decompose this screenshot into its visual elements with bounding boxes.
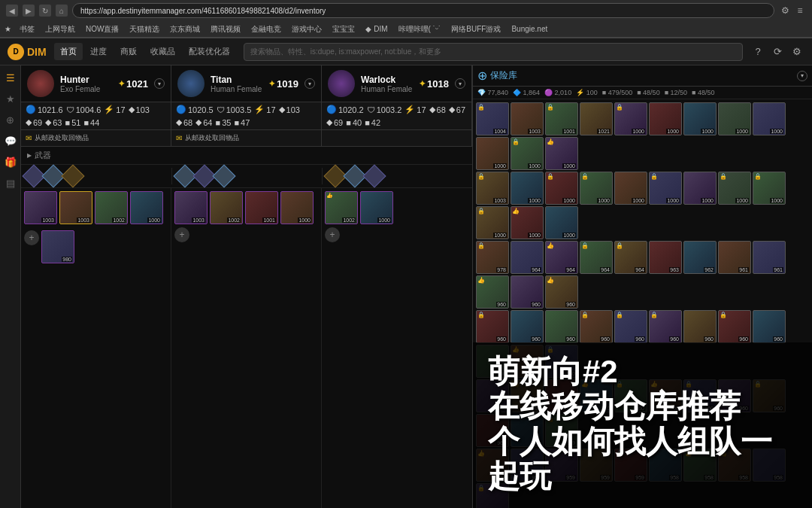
sidebar-inventory-icon[interactable]: ☰ bbox=[3, 70, 18, 85]
warlock-weapon-2[interactable]: 1000 bbox=[360, 191, 393, 224]
vault-weapon-item[interactable]: 🔒960 bbox=[614, 310, 647, 343]
hunter-dropdown[interactable]: ▾ bbox=[154, 78, 165, 89]
sidebar-search-icon[interactable]: ⊕ bbox=[3, 112, 18, 127]
vault-weapon-item[interactable]: 1000 bbox=[649, 102, 682, 135]
vault-weapon-item[interactable]: 👍964 bbox=[545, 241, 578, 274]
bookmark-bungie[interactable]: Bungie.net bbox=[509, 24, 550, 34]
nav-collections[interactable]: 收藏品 bbox=[144, 43, 181, 60]
titan-weapon-3[interactable]: 1001 bbox=[245, 191, 278, 224]
vault-weapon-item[interactable]: 🔒978 bbox=[476, 241, 509, 274]
vault-weapon-item[interactable]: 959 bbox=[511, 414, 544, 447]
vault-weapon-item[interactable]: 958 bbox=[753, 449, 786, 482]
titan-weapon-4[interactable]: 1000 bbox=[280, 191, 314, 224]
vault-weapon-item[interactable]: 👍959 bbox=[476, 449, 509, 482]
vault-weapon-item[interactable]: 🔒1004 bbox=[476, 102, 509, 135]
dim-search-bar[interactable]: 搜索物品、特性、is:dupe, is:maxpower, not:blue，和… bbox=[244, 43, 743, 61]
vault-weapon-item[interactable]: 958 bbox=[649, 449, 682, 482]
vault-dropdown[interactable]: ▾ bbox=[797, 71, 807, 81]
vault-weapon-item[interactable]: 962 bbox=[683, 241, 717, 274]
vault-weapon-item[interactable]: 🔒1003 bbox=[476, 172, 509, 205]
vault-weapon-item[interactable]: 1000 bbox=[511, 172, 544, 205]
titan-dropdown[interactable]: ▾ bbox=[304, 78, 315, 89]
vault-weapon-item[interactable]: 960 bbox=[511, 275, 544, 309]
bookmark-4[interactable]: 天猫精选 bbox=[127, 23, 162, 35]
warlock-add-weapon[interactable]: + bbox=[325, 227, 340, 242]
sidebar-gift-icon[interactable]: 🎁 bbox=[3, 154, 18, 169]
vault-weapon-item[interactable]: 🔒960 bbox=[683, 379, 717, 412]
vault-weapon-item[interactable]: 960 bbox=[753, 310, 786, 343]
vault-weapon-item[interactable]: 👍1000 bbox=[511, 206, 544, 239]
titan-weapon-2[interactable]: 1002 bbox=[210, 191, 243, 224]
vault-weapon-item[interactable]: 1000 bbox=[718, 102, 751, 135]
settings-icon[interactable]: ⚙ bbox=[789, 44, 804, 59]
hunter-weapon-3[interactable]: 1002 bbox=[95, 191, 128, 224]
nav-vendors[interactable]: 商贩 bbox=[114, 43, 143, 60]
vault-weapon-item[interactable]: 👍960 bbox=[580, 379, 613, 412]
menu-icon[interactable]: ≡ bbox=[794, 5, 806, 17]
vault-weapon-item[interactable]: 🔒960 bbox=[649, 310, 682, 343]
vault-weapon-item[interactable]: 🔒960 bbox=[718, 310, 751, 343]
refresh-data-icon[interactable]: ⟳ bbox=[770, 44, 785, 59]
extensions-icon[interactable]: ⚙ bbox=[779, 5, 791, 17]
vault-weapon-item[interactable]: 960 bbox=[511, 310, 544, 343]
vault-weapon-item[interactable]: 🔒1000 bbox=[753, 172, 786, 205]
home-button[interactable]: ⌂ bbox=[56, 5, 68, 17]
warlock-header[interactable]: Warlock Human Female ✦ 1018 ▾ bbox=[322, 65, 472, 102]
help-icon[interactable]: ? bbox=[750, 44, 765, 59]
bookmark-dim[interactable]: ◆ DIM bbox=[363, 24, 389, 34]
vault-weapon-item[interactable]: 🔒1001 bbox=[545, 102, 578, 135]
vault-weapon-item[interactable]: 👍960 bbox=[545, 275, 578, 309]
vault-weapon-item[interactable]: 👍958 bbox=[683, 449, 717, 482]
bookmark-7[interactable]: 金融电竞 bbox=[249, 23, 283, 35]
sidebar-list-icon[interactable]: ▤ bbox=[3, 175, 18, 190]
vault-weapon-item[interactable]: 👍960 bbox=[476, 275, 509, 309]
vault-weapon-item[interactable]: 👍960 bbox=[649, 379, 682, 412]
warlock-weapon-1[interactable]: 👍 1002 bbox=[325, 191, 358, 224]
titan-header[interactable]: Titan Human Female ✦ 1019 ▾ bbox=[171, 65, 322, 102]
vault-weapon-item[interactable]: 1000 bbox=[476, 137, 509, 170]
vault-weapon-item[interactable]: 🔒1000 bbox=[718, 172, 751, 205]
vault-weapon-item[interactable]: 🔒960 bbox=[753, 379, 786, 412]
vault-weapon-item[interactable]: 🔒964 bbox=[580, 241, 613, 274]
vault-weapon-item[interactable]: 960 bbox=[476, 379, 509, 412]
hunter-weapon-1[interactable]: 1003 bbox=[24, 191, 57, 224]
vault-weapon-item[interactable]: 🔒960 bbox=[614, 379, 647, 412]
vault-weapon-item[interactable]: 960 bbox=[545, 379, 578, 412]
bookmark-8[interactable]: 游戏中心 bbox=[289, 23, 324, 35]
nav-home[interactable]: 首页 bbox=[54, 43, 83, 60]
nav-optimizer[interactable]: 配装优化器 bbox=[183, 43, 236, 60]
vault-weapon-item[interactable]: 🔒1000 bbox=[511, 137, 544, 170]
vault-weapon-item[interactable]: 964 bbox=[511, 241, 544, 274]
hunter-mail-btn[interactable]: ✉ 从邮政处取回物品 bbox=[21, 130, 171, 146]
vault-weapon-item[interactable]: 🔒960 bbox=[580, 310, 613, 343]
vault-weapon-item[interactable]: 1000 bbox=[753, 102, 786, 135]
titan-add-weapon[interactable]: + bbox=[174, 227, 189, 242]
bookmark-1[interactable]: 书签 bbox=[17, 23, 37, 35]
vault-weapon-item[interactable]: 1000 bbox=[683, 172, 717, 205]
hunter-weapon-4[interactable]: 1000 bbox=[130, 191, 163, 224]
vault-weapon-item[interactable]: 🔒959 bbox=[545, 414, 578, 447]
vault-weapon-item[interactable]: 1000 bbox=[545, 206, 578, 239]
vault-weapon-item[interactable]: 960 bbox=[476, 414, 509, 447]
vault-weapon-item[interactable]: 👍960 bbox=[511, 345, 544, 378]
vault-weapon-item[interactable]: 959 bbox=[545, 449, 578, 482]
vault-weapon-item[interactable]: 👍1000 bbox=[545, 137, 578, 170]
vault-weapon-item[interactable]: 🔒960 bbox=[545, 345, 578, 378]
vault-weapon-item[interactable]: 961 bbox=[753, 241, 786, 274]
vault-weapon-item[interactable]: 1021 bbox=[580, 102, 613, 135]
hunter-header[interactable]: Hunter Exo Female ✦ 1021 ▾ bbox=[21, 65, 171, 102]
sidebar-star-icon[interactable]: ★ bbox=[3, 91, 18, 106]
vault-weapon-item[interactable]: 🔒964 bbox=[614, 241, 647, 274]
vault-weapon-item[interactable]: 🔒1000 bbox=[614, 102, 647, 135]
bookmark-buff[interactable]: 网络BUFF游戏 bbox=[449, 23, 503, 35]
nav-progress[interactable]: 进度 bbox=[84, 43, 113, 60]
vault-weapon-item[interactable]: 🔒1000 bbox=[545, 172, 578, 205]
vault-weapon-item[interactable]: 🔒1000 bbox=[580, 172, 613, 205]
vault-weapon-item[interactable]: 960 bbox=[476, 345, 509, 378]
vault-weapon-item[interactable]: 👍958 bbox=[718, 449, 751, 482]
address-bar[interactable]: https://app.destinyitemmanager.com/46116… bbox=[72, 3, 774, 18]
refresh-button[interactable]: ↻ bbox=[39, 5, 51, 17]
back-button[interactable]: ◀ bbox=[6, 5, 18, 17]
vault-weapon-item[interactable]: 960 bbox=[718, 379, 751, 412]
vault-weapon-item[interactable]: 🔒960 bbox=[476, 310, 509, 343]
